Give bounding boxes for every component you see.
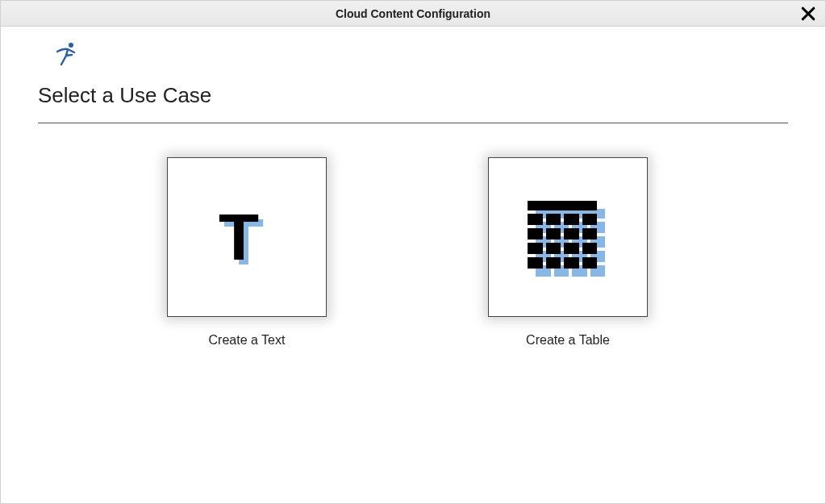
- app-logo-icon: [52, 41, 78, 67]
- close-icon: [801, 6, 816, 21]
- create-text-label: Create a Text: [209, 333, 286, 348]
- text-icon: T T: [219, 209, 275, 265]
- page-heading: Select a Use Case: [38, 83, 788, 108]
- dialog-content: Select a Use Case T T Create a Text: [1, 27, 825, 503]
- svg-point-0: [69, 43, 73, 48]
- use-case-cards: T T Create a Text: [38, 157, 788, 348]
- close-button[interactable]: [799, 5, 817, 23]
- card-wrap-table: Create a Table: [488, 157, 648, 348]
- create-table-label: Create a Table: [526, 333, 610, 348]
- create-table-card[interactable]: [488, 157, 648, 317]
- dialog-title: Cloud Content Configuration: [336, 7, 490, 20]
- card-wrap-text: T T Create a Text: [167, 157, 327, 348]
- heading-divider: [38, 123, 788, 123]
- table-icon: [528, 201, 608, 273]
- dialog-window: Cloud Content Configuration Select a Use…: [0, 0, 826, 504]
- title-bar: Cloud Content Configuration: [1, 1, 825, 27]
- create-text-card[interactable]: T T: [167, 157, 327, 317]
